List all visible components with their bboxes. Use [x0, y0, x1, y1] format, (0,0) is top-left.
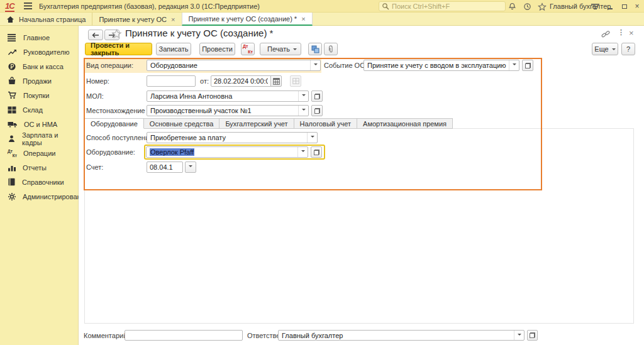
sidebar-label: Руководителю [23, 48, 69, 56]
os-event-open-button[interactable] [522, 60, 533, 71]
chevron-down-icon[interactable] [310, 60, 320, 70]
more-label: Еще [594, 45, 608, 53]
history-icon[interactable] [522, 1, 533, 12]
chevron-down-icon[interactable] [298, 91, 308, 101]
os-event-label: Событие ОС: [324, 62, 367, 69]
service-menu-icon[interactable] [590, 1, 601, 12]
date-label: от: [200, 77, 209, 85]
dt-kt-icon: ДтКт [8, 149, 17, 158]
chevron-down-icon[interactable] [509, 60, 519, 70]
location-select[interactable]: Производственный участок №1 [147, 105, 309, 116]
global-search[interactable] [379, 1, 506, 11]
tab-close-icon[interactable]: × [301, 15, 305, 23]
favorites-star-icon[interactable] [536, 1, 547, 12]
print-button[interactable]: Печать [260, 43, 301, 55]
book-icon [8, 178, 16, 186]
sidebar-item-administration[interactable]: Администрирование [0, 189, 78, 204]
sidebar-item-purchases[interactable]: Покупки [0, 88, 78, 102]
get-link-icon[interactable] [601, 30, 610, 38]
show-postings-button[interactable]: ДтКт [241, 43, 255, 55]
open-icon [314, 108, 320, 114]
tab-tax[interactable]: Налоговый учет [294, 118, 358, 129]
date-calendar-button[interactable] [270, 75, 282, 87]
chevron-down-icon[interactable] [514, 331, 524, 340]
app-title: Бухгалтерия предприятия (базовая), редак… [39, 3, 260, 10]
account-select-button[interactable] [185, 162, 196, 173]
responsible-open-button[interactable] [527, 330, 538, 341]
account-input[interactable] [147, 162, 183, 173]
restore-button[interactable] [619, 1, 630, 11]
back-button[interactable] [88, 30, 103, 40]
home-icon [6, 16, 14, 23]
tab-doc-new[interactable]: Принятие к учету ОС (создание) * × [182, 13, 313, 26]
chevron-down-icon[interactable] [297, 147, 308, 157]
mol-select[interactable]: Ларсина Инна Антоновна [147, 90, 309, 102]
operation-kind-label: Вид операции: [86, 62, 133, 69]
open-icon [314, 150, 319, 155]
sidebar-item-manager[interactable]: Руководителю [0, 45, 78, 59]
write-button[interactable]: Записать [156, 43, 191, 55]
sidebar-item-directories[interactable]: Справочники [0, 175, 78, 189]
trend-chart-icon [8, 48, 17, 56]
sidebar-item-main[interactable]: Главное [0, 30, 78, 45]
attachments-button[interactable] [324, 43, 338, 55]
sidebar-item-warehouse[interactable]: Склад [0, 102, 78, 117]
sidebar-item-sales[interactable]: Продажи [0, 74, 78, 88]
date-input[interactable] [211, 75, 271, 87]
help-button[interactable]: ? [621, 43, 635, 55]
equipment-open-button[interactable] [311, 146, 322, 158]
help-label: ? [626, 45, 630, 53]
chevron-down-icon[interactable] [307, 133, 317, 143]
close-form-icon[interactable]: × [629, 28, 634, 38]
post-and-close-button[interactable]: Провести и закрыть [85, 43, 152, 55]
mol-open-button[interactable] [311, 90, 323, 102]
equipment-select[interactable]: Оверлок Pfaff [146, 146, 308, 158]
sidebar-item-fixed-assets[interactable]: ОС и НМА [0, 117, 78, 131]
search-input[interactable] [392, 3, 492, 10]
acquisition-select[interactable]: Приобретение за плату [147, 132, 318, 143]
close-window-button[interactable]: × [632, 1, 642, 11]
tab-doc-new-label: Принятие к учету ОС (создание) * [189, 15, 297, 23]
comment-input[interactable] [125, 330, 243, 341]
sidebar-item-operations[interactable]: ДтКт Операции [0, 146, 78, 160]
sidebar-item-payroll-hr[interactable]: Зарплата и кадры [0, 131, 78, 146]
boxes-icon [8, 106, 16, 114]
favorite-star-icon[interactable] [111, 29, 122, 39]
sidebar-label: ОС и НМА [24, 121, 57, 128]
1c-logo-icon: 1С [5, 1, 14, 11]
notifications-bell-icon[interactable] [507, 1, 518, 12]
sidebar-label: Операции [23, 150, 55, 157]
tab-home-label: Начальная страница [19, 16, 86, 23]
tab-doc-list[interactable]: Принятие к учету ОС × [92, 13, 181, 26]
tab-close-icon[interactable]: × [171, 16, 175, 23]
more-button[interactable]: Еще [592, 43, 618, 55]
os-event-select[interactable]: Принятие к учету с вводом в эксплуатацию [364, 60, 519, 71]
location-open-button[interactable] [311, 105, 323, 116]
post-button[interactable]: Провести [199, 43, 235, 55]
responsible-value: Главный бухгалтер [279, 331, 514, 340]
sidebar-item-reports[interactable]: Отчеты [0, 160, 78, 175]
tab-fixed-assets[interactable]: Основные средства [144, 118, 220, 129]
gear-icon [8, 192, 16, 201]
tab-accounting[interactable]: Бухгалтерский учет [219, 118, 294, 129]
sidebar-item-bank-cash[interactable]: Банк и касса [0, 59, 78, 74]
tab-equipment[interactable]: Оборудование [84, 118, 144, 129]
number-input[interactable] [147, 75, 196, 87]
document-structure-button[interactable] [308, 43, 322, 55]
main-menu-icon[interactable] [24, 3, 32, 9]
current-user[interactable]: Главный бухгалтер [550, 3, 611, 10]
equipment-label: Оборудование: [86, 148, 135, 156]
minimize-button[interactable] [605, 1, 615, 11]
calendar-icon [273, 78, 280, 85]
location-value: Производственный участок №1 [147, 106, 298, 116]
tab-home[interactable]: Начальная страница [0, 13, 92, 26]
operation-kind-select[interactable]: Оборудование [147, 60, 321, 71]
responsible-select[interactable]: Главный бухгалтер [278, 330, 525, 341]
chevron-down-icon[interactable] [298, 106, 308, 116]
post-label: Провести [202, 45, 233, 53]
tab-depreciation-bonus[interactable]: Амортизационная премия [357, 118, 453, 129]
sidebar-label: Главное [23, 34, 50, 41]
more-menu-dots-icon[interactable]: ⋮ [618, 28, 625, 36]
table-icon [292, 78, 299, 84]
form-title: Принятие к учету ОС (создание) * [125, 28, 273, 38]
